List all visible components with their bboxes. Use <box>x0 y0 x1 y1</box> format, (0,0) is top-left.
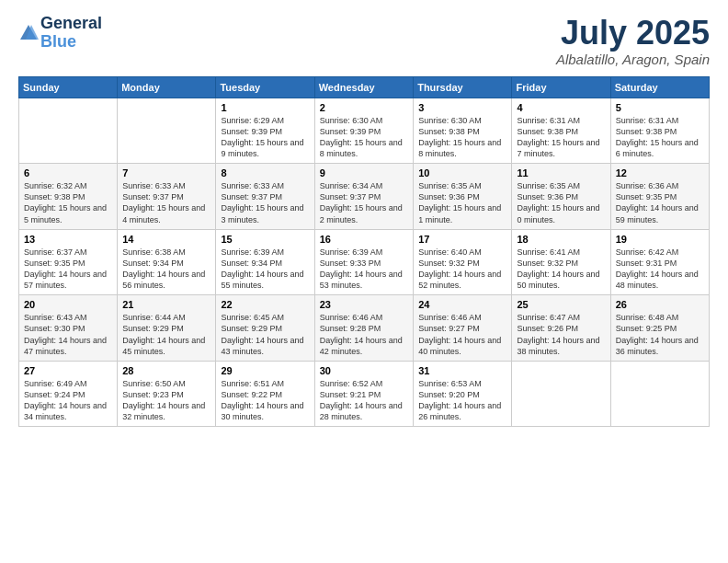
day-info: Sunrise: 6:48 AMSunset: 9:25 PMDaylight:… <box>616 312 704 357</box>
calendar-cell: 12Sunrise: 6:36 AMSunset: 9:35 PMDayligh… <box>610 164 709 230</box>
day-number: 15 <box>221 234 309 245</box>
calendar-cell: 24Sunrise: 6:46 AMSunset: 9:27 PMDayligh… <box>414 295 512 362</box>
calendar: Sunday Monday Tuesday Wednesday Thursday… <box>18 76 710 428</box>
calendar-cell: 26Sunrise: 6:48 AMSunset: 9:25 PMDayligh… <box>610 295 709 362</box>
day-info: Sunrise: 6:38 AMSunset: 9:34 PMDaylight:… <box>122 247 210 292</box>
day-info: Sunrise: 6:31 AMSunset: 9:38 PMDaylight:… <box>517 115 605 160</box>
day-number: 26 <box>616 299 704 310</box>
day-info: Sunrise: 6:34 AMSunset: 9:37 PMDaylight:… <box>320 180 408 225</box>
day-number: 1 <box>221 102 309 113</box>
calendar-cell: 7Sunrise: 6:33 AMSunset: 9:37 PMDaylight… <box>118 164 216 230</box>
title-block: July 2025 Albalatillo, Aragon, Spain <box>556 15 710 67</box>
day-number: 6 <box>24 167 112 178</box>
calendar-cell: 25Sunrise: 6:47 AMSunset: 9:26 PMDayligh… <box>512 295 610 362</box>
day-number: 5 <box>616 102 704 113</box>
day-info: Sunrise: 6:49 AMSunset: 9:24 PMDaylight:… <box>24 378 112 423</box>
day-info: Sunrise: 6:47 AMSunset: 9:26 PMDaylight:… <box>517 312 605 357</box>
day-info: Sunrise: 6:43 AMSunset: 9:30 PMDaylight:… <box>24 312 112 357</box>
day-info: Sunrise: 6:44 AMSunset: 9:29 PMDaylight:… <box>122 312 210 357</box>
header: General Blue July 2025 Albalatillo, Arag… <box>18 15 710 67</box>
day-number: 25 <box>517 299 605 310</box>
calendar-cell: 13Sunrise: 6:37 AMSunset: 9:35 PMDayligh… <box>19 229 118 295</box>
calendar-week-row-3: 13Sunrise: 6:37 AMSunset: 9:35 PMDayligh… <box>19 229 710 295</box>
col-tuesday: Tuesday <box>216 76 314 98</box>
day-info: Sunrise: 6:30 AMSunset: 9:39 PMDaylight:… <box>320 115 408 160</box>
day-number: 18 <box>517 234 605 245</box>
col-thursday: Thursday <box>414 76 512 98</box>
col-wednesday: Wednesday <box>314 76 413 98</box>
day-number: 8 <box>221 167 309 178</box>
calendar-cell <box>118 98 216 164</box>
calendar-cell: 22Sunrise: 6:45 AMSunset: 9:29 PMDayligh… <box>216 295 314 362</box>
day-info: Sunrise: 6:39 AMSunset: 9:33 PMDaylight:… <box>320 247 408 292</box>
day-number: 4 <box>517 102 605 113</box>
calendar-cell: 19Sunrise: 6:42 AMSunset: 9:31 PMDayligh… <box>610 229 709 295</box>
day-number: 17 <box>418 234 506 245</box>
day-info: Sunrise: 6:35 AMSunset: 9:36 PMDaylight:… <box>418 180 506 225</box>
calendar-cell <box>512 361 610 427</box>
calendar-cell <box>610 361 709 427</box>
calendar-cell: 8Sunrise: 6:33 AMSunset: 9:37 PMDaylight… <box>216 164 314 230</box>
day-number: 29 <box>221 365 309 376</box>
day-info: Sunrise: 6:33 AMSunset: 9:37 PMDaylight:… <box>221 180 309 225</box>
day-number: 31 <box>418 365 506 376</box>
calendar-cell: 11Sunrise: 6:35 AMSunset: 9:36 PMDayligh… <box>512 164 610 230</box>
day-info: Sunrise: 6:35 AMSunset: 9:36 PMDaylight:… <box>517 180 605 225</box>
calendar-cell: 15Sunrise: 6:39 AMSunset: 9:34 PMDayligh… <box>216 229 314 295</box>
day-info: Sunrise: 6:42 AMSunset: 9:31 PMDaylight:… <box>616 247 704 292</box>
page: General Blue July 2025 Albalatillo, Arag… <box>0 0 728 563</box>
calendar-cell: 16Sunrise: 6:39 AMSunset: 9:33 PMDayligh… <box>314 229 413 295</box>
calendar-cell: 14Sunrise: 6:38 AMSunset: 9:34 PMDayligh… <box>118 229 216 295</box>
col-friday: Friday <box>512 76 610 98</box>
day-number: 28 <box>122 365 210 376</box>
calendar-cell: 23Sunrise: 6:46 AMSunset: 9:28 PMDayligh… <box>314 295 413 362</box>
calendar-week-row-4: 20Sunrise: 6:43 AMSunset: 9:30 PMDayligh… <box>19 295 710 362</box>
day-info: Sunrise: 6:46 AMSunset: 9:27 PMDaylight:… <box>418 312 506 357</box>
day-info: Sunrise: 6:45 AMSunset: 9:29 PMDaylight:… <box>221 312 309 357</box>
day-number: 27 <box>24 365 112 376</box>
calendar-cell: 1Sunrise: 6:29 AMSunset: 9:39 PMDaylight… <box>216 98 314 164</box>
day-number: 22 <box>221 299 309 310</box>
calendar-week-row-2: 6Sunrise: 6:32 AMSunset: 9:38 PMDaylight… <box>19 164 710 230</box>
day-info: Sunrise: 6:31 AMSunset: 9:38 PMDaylight:… <box>616 115 704 160</box>
calendar-cell: 10Sunrise: 6:35 AMSunset: 9:36 PMDayligh… <box>414 164 512 230</box>
col-monday: Monday <box>118 76 216 98</box>
day-info: Sunrise: 6:29 AMSunset: 9:39 PMDaylight:… <box>221 115 309 160</box>
day-number: 21 <box>122 299 210 310</box>
day-number: 13 <box>24 234 112 245</box>
calendar-week-row-5: 27Sunrise: 6:49 AMSunset: 9:24 PMDayligh… <box>19 361 710 427</box>
day-number: 7 <box>122 167 210 178</box>
calendar-cell: 28Sunrise: 6:50 AMSunset: 9:23 PMDayligh… <box>118 361 216 427</box>
day-info: Sunrise: 6:53 AMSunset: 9:20 PMDaylight:… <box>418 378 506 423</box>
month-title: July 2025 <box>556 15 710 52</box>
calendar-cell: 2Sunrise: 6:30 AMSunset: 9:39 PMDaylight… <box>314 98 413 164</box>
calendar-cell: 21Sunrise: 6:44 AMSunset: 9:29 PMDayligh… <box>118 295 216 362</box>
logo-text: General Blue <box>40 15 102 52</box>
calendar-cell: 29Sunrise: 6:51 AMSunset: 9:22 PMDayligh… <box>216 361 314 427</box>
day-number: 16 <box>320 234 408 245</box>
day-info: Sunrise: 6:32 AMSunset: 9:38 PMDaylight:… <box>24 180 112 225</box>
calendar-cell: 3Sunrise: 6:30 AMSunset: 9:38 PMDaylight… <box>414 98 512 164</box>
calendar-cell: 17Sunrise: 6:40 AMSunset: 9:32 PMDayligh… <box>414 229 512 295</box>
calendar-cell: 27Sunrise: 6:49 AMSunset: 9:24 PMDayligh… <box>19 361 118 427</box>
day-info: Sunrise: 6:33 AMSunset: 9:37 PMDaylight:… <box>122 180 210 225</box>
calendar-cell: 18Sunrise: 6:41 AMSunset: 9:32 PMDayligh… <box>512 229 610 295</box>
day-info: Sunrise: 6:51 AMSunset: 9:22 PMDaylight:… <box>221 378 309 423</box>
day-number: 3 <box>418 102 506 113</box>
calendar-header-row: Sunday Monday Tuesday Wednesday Thursday… <box>19 76 710 98</box>
day-number: 20 <box>24 299 112 310</box>
calendar-cell: 9Sunrise: 6:34 AMSunset: 9:37 PMDaylight… <box>314 164 413 230</box>
col-saturday: Saturday <box>610 76 709 98</box>
day-number: 19 <box>616 234 704 245</box>
logo-line2: Blue <box>40 33 102 52</box>
day-info: Sunrise: 6:36 AMSunset: 9:35 PMDaylight:… <box>616 180 704 225</box>
calendar-cell: 5Sunrise: 6:31 AMSunset: 9:38 PMDaylight… <box>610 98 709 164</box>
calendar-cell <box>19 98 118 164</box>
day-info: Sunrise: 6:46 AMSunset: 9:28 PMDaylight:… <box>320 312 408 357</box>
day-info: Sunrise: 6:52 AMSunset: 9:21 PMDaylight:… <box>320 378 408 423</box>
col-sunday: Sunday <box>19 76 118 98</box>
location-title: Albalatillo, Aragon, Spain <box>556 52 710 67</box>
logo-line1: General <box>40 15 102 33</box>
day-info: Sunrise: 6:37 AMSunset: 9:35 PMDaylight:… <box>24 247 112 292</box>
logo-icon <box>18 23 39 43</box>
